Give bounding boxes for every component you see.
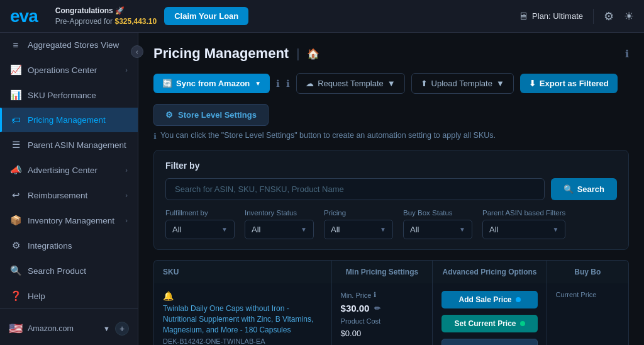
page-info-icon[interactable]: ℹ (625, 48, 629, 60)
sidebar-icon: ↩ (10, 189, 21, 201)
sidebar-icon: 🔍 (10, 265, 21, 276)
filter-select[interactable]: All ▼ (482, 220, 565, 239)
store-level-settings-button[interactable]: ⚙ Store Level Settings (153, 104, 269, 126)
row-buybox-cell: Current Price (547, 283, 628, 345)
set-current-price-button[interactable]: Set Current Price (441, 315, 537, 332)
sidebar-item-inventory-management[interactable]: 📦 Inventory Management › (0, 208, 138, 233)
search-button[interactable]: 🔍 Search (551, 178, 617, 200)
content-area: Pricing Management | 🏠 ℹ 🔄 Sync from Ama… (138, 33, 644, 345)
cost-label: Product Cost (341, 317, 381, 325)
sidebar-item-sku-performance[interactable]: 📊 SKU Performance (0, 82, 138, 108)
sidebar-item-label: Search Product (28, 266, 86, 276)
filter-select[interactable]: All ▼ (324, 220, 393, 239)
request-template-icon: ☁ (306, 79, 314, 88)
sidebar-item-label: Inventory Management (28, 216, 114, 225)
sidebar-item-aggregated-stores-view[interactable]: ≡ Aggregated Stores View (0, 33, 138, 57)
filter-select[interactable]: All ▼ (245, 220, 314, 239)
sidebar-item-label: Integrations (28, 241, 72, 251)
table-column-min-pricing-settings: Min Pricing Settings (332, 261, 433, 283)
sync-dropdown-arrow: ▼ (255, 80, 261, 87)
filter-arrow-icon: ▼ (552, 226, 558, 233)
plan-badge: 🖥 Plan: Ultimate (518, 11, 583, 22)
search-icon: 🔍 (564, 184, 574, 194)
filter-arrow-icon: ▼ (459, 226, 465, 233)
home-icon[interactable]: 🏠 (307, 48, 319, 60)
pricing-settings-button[interactable]: Pricing Settings (441, 339, 537, 345)
min-price-info-icon[interactable]: ℹ (374, 291, 376, 299)
search-input[interactable] (165, 178, 545, 200)
search-row: 🔍 Search (165, 178, 617, 200)
export-button[interactable]: ⬇ Export as Filtered (520, 74, 618, 93)
min-price-value: $30.00 ✏ (341, 303, 381, 314)
settings-icon[interactable]: ⚙ (604, 9, 614, 23)
sidebar-item-advertising-center[interactable]: 📣 Advertising Center › (0, 157, 138, 183)
product-name[interactable]: Twinlab Daily One Caps without Iron - Nu… (163, 303, 323, 335)
sidebar-icon: ☰ (10, 139, 21, 150)
sidebar-item-help[interactable]: ❓ Help (0, 283, 138, 308)
congrats-text: Congratulations 🚀 (55, 6, 125, 15)
upload-chevron-icon: ▼ (496, 79, 504, 88)
table-body: 🔔 Twinlab Daily One Caps without Iron - … (153, 283, 629, 345)
filter-select[interactable]: All ▼ (165, 220, 235, 239)
bell-icon[interactable]: 🔔 (163, 291, 174, 301)
filter-group-buy-box-status: Buy Box Status All ▼ (403, 209, 472, 239)
search-btn-label: Search (577, 184, 604, 194)
sidebar-item-parent-asin-management[interactable]: ☰ Parent ASIN Management (0, 132, 138, 157)
filter-section: Filter by 🔍 Search Fulfillment by All ▼ … (153, 150, 629, 250)
upload-template-icon: ⬆ (421, 79, 428, 88)
row-sku-cell: 🔔 Twinlab Daily One Caps without Iron - … (154, 283, 332, 345)
filter-label: Buy Box Status (403, 209, 472, 217)
min-price-label: Min. Price ℹ (341, 291, 377, 299)
upload-template-button[interactable]: ⬆ Upload Template ▼ (411, 73, 514, 94)
table-column-sku: SKU (154, 261, 332, 283)
cost-value: $0.00 (341, 329, 362, 338)
filter-select[interactable]: All ▼ (403, 220, 472, 239)
sync-amazon-button[interactable]: 🔄 Sync from Amazon ▼ (153, 74, 270, 93)
header-pipe: | (296, 47, 299, 61)
sidebar-icon: ⚙ (10, 240, 21, 251)
chevron-icon: › (125, 66, 128, 74)
chevron-icon: › (125, 166, 128, 174)
settings-label: Store Level Settings (178, 110, 257, 120)
sidebar-item-label: Operations Center (28, 65, 97, 75)
sidebar-item-search-product[interactable]: 🔍 Search Product (0, 258, 138, 283)
toolbar-sync-info[interactable]: ℹ (276, 78, 280, 89)
request-chevron-icon: ▼ (387, 79, 396, 88)
filter-arrow-icon: ▼ (221, 226, 228, 233)
filter-group-inventory-status: Inventory Status All ▼ (245, 209, 314, 239)
sidebar-icon: 📈 (10, 64, 21, 76)
preapproved-label: Pre-Approved for (55, 17, 113, 26)
add-store-button[interactable]: + (115, 322, 129, 336)
add-sale-price-button[interactable]: Add Sale Price (441, 291, 537, 308)
sidebar-item-label: Reimbursement (28, 191, 87, 200)
page-header: Pricing Management | 🏠 ℹ (153, 45, 629, 62)
row-min-pricing-cell: Min. Price ℹ $30.00 ✏ Product Cost $0.00 (332, 283, 433, 345)
filter-label: Inventory Status (245, 209, 314, 217)
plan-label: Plan: Ultimate (532, 11, 583, 21)
store-selector[interactable]: 🇺🇸 Amazon.com ▼ + (0, 315, 138, 342)
sidebar-item-reimbursement[interactable]: ↩ Reimbursement › (0, 183, 138, 208)
table-column-buy-bo: Buy Bo (547, 261, 628, 283)
page-title: Pricing Management (153, 45, 289, 62)
topbar-right: 🖥 Plan: Ultimate ⚙ ☀ (518, 9, 634, 24)
filter-group-fulfillment-by: Fulfillment by All ▼ (165, 209, 235, 239)
chevron-icon: › (125, 217, 128, 224)
sidebar-item-label: Pricing Management (28, 115, 106, 125)
filter-value: All (489, 225, 498, 234)
brightness-icon[interactable]: ☀ (624, 9, 634, 23)
sale-price-dot (516, 297, 521, 302)
sidebar-item-label: Advertising Center (28, 166, 97, 175)
edit-icon[interactable]: ✏ (374, 304, 380, 313)
sidebar-item-integrations[interactable]: ⚙ Integrations (0, 233, 138, 258)
store-chevron-icon: ▼ (103, 325, 110, 332)
toolbar-info-2[interactable]: ℹ (286, 78, 290, 89)
claim-loan-button[interactable]: Claim Your Loan (164, 7, 248, 25)
filter-value: All (410, 225, 419, 234)
current-price-dot (520, 321, 525, 326)
sidebar-icon: 📊 (10, 89, 21, 101)
export-icon: ⬇ (529, 79, 536, 88)
request-template-button[interactable]: ☁ Request Template ▼ (296, 73, 404, 94)
search-input-wrap (165, 178, 545, 200)
sidebar-item-operations-center[interactable]: 📈 Operations Center › (0, 57, 138, 82)
sidebar-item-pricing-management[interactable]: 🏷 Pricing Management (0, 108, 138, 132)
